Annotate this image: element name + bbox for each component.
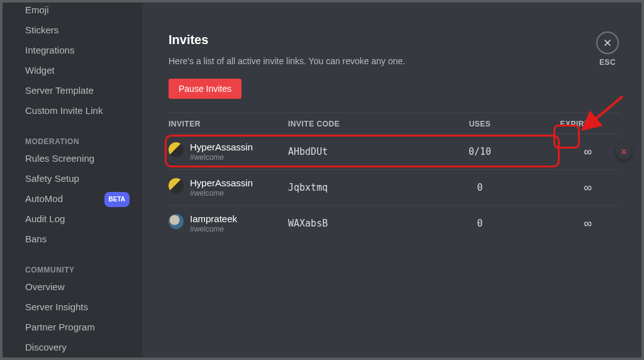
- col-header-uses: USES: [433, 120, 527, 128]
- invite-uses: 0: [433, 182, 527, 193]
- close-icon: [620, 148, 628, 155]
- invite-code: WAXabsB: [288, 218, 433, 229]
- inviter-name: Iamprateek: [190, 213, 237, 225]
- sidebar-item-integrations[interactable]: Integrations: [0, 40, 136, 60]
- invites-panel: ESC Invites Here's a list of all active …: [142, 0, 644, 360]
- invites-table-header: INVITER INVITE CODE USES EXPIRES: [169, 113, 620, 133]
- inviter-channel: #welcome: [190, 225, 237, 233]
- invite-uses: 0: [433, 218, 527, 229]
- invite-row[interactable]: Iamprateek #welcome WAXabsB 0 ∞: [169, 205, 620, 241]
- sidebar-header-moderation: MODERATION: [0, 133, 136, 149]
- avatar: [169, 214, 184, 229]
- close-settings[interactable]: ESC: [596, 31, 619, 67]
- invite-expires: ∞: [527, 181, 620, 194]
- pause-invites-button[interactable]: Pause Invites: [169, 79, 242, 99]
- inviter-name: HyperAssassin: [190, 177, 253, 189]
- sidebar-item-audit-log[interactable]: Audit Log: [0, 209, 136, 229]
- sidebar-item-rules-screening[interactable]: Rules Screening: [0, 149, 136, 169]
- inviter-cell: Iamprateek #welcome: [169, 213, 288, 233]
- col-header-inviter: INVITER: [169, 120, 288, 128]
- avatar: [169, 178, 184, 193]
- inviter-cell: HyperAssassin #welcome: [169, 177, 288, 198]
- sidebar-item-label: AutoMod: [25, 193, 63, 204]
- invite-uses: 0/10: [433, 146, 527, 157]
- invite-row[interactable]: HyperAssassin #welcome AHbdDUt 0/10 ∞: [169, 133, 620, 169]
- sidebar-item-custom-invite-link[interactable]: Custom Invite Link: [0, 101, 136, 121]
- invite-code: AHbdDUt: [288, 146, 433, 157]
- sidebar-item-stickers[interactable]: Stickers: [0, 20, 136, 40]
- page-description: Here's a list of all active invite links…: [169, 56, 620, 66]
- invite-code: Jqbxtmq: [288, 182, 433, 193]
- settings-sidebar: Emoji Stickers Integrations Widget Serve…: [0, 0, 142, 360]
- beta-badge: BETA: [104, 192, 130, 207]
- sidebar-item-emoji[interactable]: Emoji: [0, 0, 136, 20]
- page-title: Invites: [169, 33, 620, 47]
- inviter-name: HyperAssassin: [190, 142, 253, 153]
- invite-expires: ∞: [527, 145, 620, 159]
- sidebar-header-community: COMMUNITY: [0, 262, 136, 277]
- sidebar-item-automod[interactable]: AutoMod BETA: [0, 189, 136, 209]
- close-icon[interactable]: [596, 31, 619, 54]
- inviter-channel: #welcome: [190, 153, 253, 162]
- sidebar-item-widget[interactable]: Widget: [0, 60, 136, 81]
- revoke-invite-button[interactable]: [616, 144, 631, 159]
- inviter-cell: HyperAssassin #welcome: [169, 142, 288, 162]
- invite-expires: ∞: [527, 217, 620, 230]
- avatar: [169, 142, 184, 157]
- sidebar-item-bans[interactable]: Bans: [0, 229, 136, 249]
- sidebar-item-discovery[interactable]: Discovery: [0, 337, 136, 357]
- sidebar-item-server-template[interactable]: Server Template: [0, 81, 136, 101]
- invite-row[interactable]: HyperAssassin #welcome Jqbxtmq 0 ∞: [169, 169, 620, 205]
- col-header-code: INVITE CODE: [288, 120, 433, 128]
- sidebar-item-safety-setup[interactable]: Safety Setup: [0, 169, 136, 189]
- col-header-expires: EXPIRES: [527, 120, 620, 128]
- sidebar-item-partner-program[interactable]: Partner Program: [0, 317, 136, 337]
- inviter-channel: #welcome: [190, 189, 253, 198]
- esc-label: ESC: [599, 58, 616, 67]
- sidebar-item-server-insights[interactable]: Server Insights: [0, 297, 136, 317]
- sidebar-item-overview[interactable]: Overview: [0, 277, 136, 297]
